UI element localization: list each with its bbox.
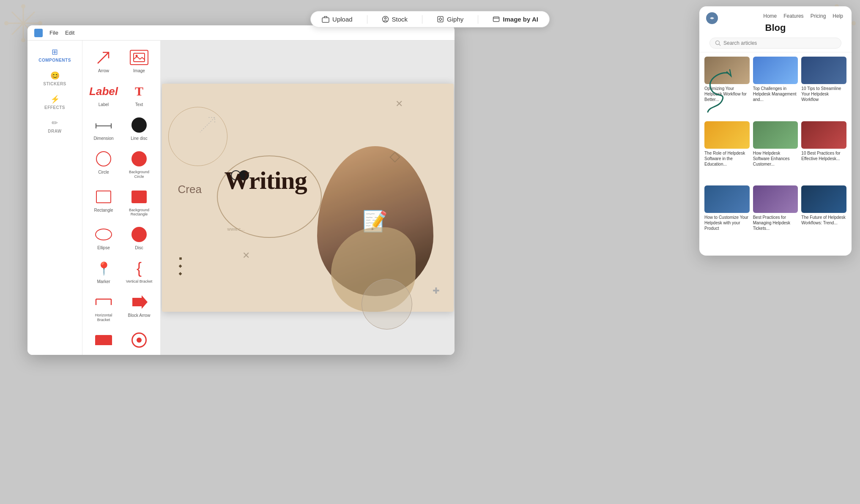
horiz-bracket-icon — [94, 293, 113, 311]
stock-button[interactable]: Stock — [379, 15, 411, 24]
article-thumb-8 — [753, 185, 798, 213]
blog-nav-home[interactable]: Home — [763, 13, 777, 19]
effects-label: EFFECTS — [44, 105, 65, 110]
blog-nav-features[interactable]: Features — [783, 13, 803, 19]
article-thumb-5 — [753, 121, 798, 149]
article-card-2[interactable]: Top Challenges in Helpdesk Management an… — [753, 57, 798, 118]
menu-bar: File Edit — [27, 25, 455, 41]
article-text-3: 10 Tips to Streamline Your Helpdesk Work… — [801, 86, 846, 102]
article-thumb-4 — [704, 121, 750, 149]
components-label: COMPONENTS — [38, 58, 71, 63]
canvas-writing-text: Writing — [225, 166, 307, 195]
article-card-6[interactable]: 10 Best Practices for Effective Helpdesk… — [801, 121, 846, 183]
component-label[interactable]: Label Label — [87, 79, 121, 111]
svg-point-0 — [21, 4, 25, 8]
canvas-title-text: Crea — [178, 183, 202, 196]
blog-logo — [706, 12, 718, 24]
divider-3 — [478, 15, 478, 24]
blog-search-input[interactable] — [723, 40, 836, 46]
blog-nav-pricing[interactable]: Pricing — [811, 13, 826, 19]
scribble-decoration — [691, 65, 742, 116]
text-label: Text — [135, 102, 143, 107]
svg-line-23 — [719, 44, 721, 46]
component-bg-rectangle[interactable]: Background Rectangle — [122, 184, 156, 221]
marker-label: Marker — [97, 279, 110, 284]
upload-label: Upload — [332, 16, 353, 23]
article-card-3[interactable]: 10 Tips to Streamline Your Helpdesk Work… — [801, 57, 846, 118]
article-card-8[interactable]: Best Practices for Managing Helpdesk Tic… — [753, 185, 798, 247]
canvas-area[interactable]: Crea Writing www.c... 📝 ✕ ✕ — [161, 41, 455, 355]
component-marker[interactable]: 📍 Marker — [87, 256, 121, 288]
ellipse-icon — [94, 225, 113, 244]
arrow-label: Arrow — [98, 68, 109, 74]
component-bottom-disc[interactable] — [122, 327, 156, 353]
stickers-icon: 😊 — [50, 71, 60, 80]
upload-button[interactable]: Upload — [319, 15, 355, 24]
plus-icon[interactable]: ✚ — [433, 286, 440, 296]
menu-edit[interactable]: Edit — [65, 30, 74, 36]
svg-rect-21 — [493, 17, 499, 22]
article-card-4[interactable]: The Role of Helpdesk Software in the Edu… — [704, 121, 750, 183]
sidebar-tab-draw[interactable]: ✏ DRAW — [27, 115, 82, 137]
svg-point-7 — [852, 21, 856, 25]
components-panel: Arrow Image Label — [82, 41, 161, 355]
component-rectangle[interactable]: Rectangle — [87, 184, 121, 221]
canvas-arrow-decoration — [187, 111, 221, 145]
component-circle[interactable]: Circle — [87, 146, 121, 183]
app-window: File Edit ⊞ COMPONENTS 😊 STICKERS ⚡ EFFE… — [27, 25, 455, 355]
component-dimension[interactable]: Dimension — [87, 112, 121, 144]
blog-panel-header: Home Features Pricing Help Blog — [699, 6, 852, 52]
giphy-button[interactable]: Giphy — [434, 15, 466, 24]
component-horiz-bracket[interactable]: Horizontal Bracket — [87, 289, 121, 326]
label-label: Label — [99, 102, 109, 107]
ellipse-label: Ellipse — [97, 245, 110, 251]
components-icon: ⊞ — [52, 47, 58, 57]
marker-icon: 📍 — [94, 259, 113, 278]
dimension-icon — [94, 116, 113, 134]
sidebar-tab-effects[interactable]: ⚡ EFFECTS — [27, 91, 82, 113]
sidebar-tab-components[interactable]: ⊞ COMPONENTS — [27, 44, 82, 66]
article-card-9[interactable]: The Future of Helpdesk Workflows: Trend.… — [801, 185, 846, 247]
component-arrow[interactable]: Arrow — [87, 45, 121, 77]
rectangle-label: Rectangle — [94, 208, 113, 213]
canvas-large-circle-br — [362, 279, 412, 330]
svg-point-19 — [384, 18, 386, 19]
stock-icon — [382, 16, 389, 23]
bottom-shape-icon — [94, 331, 113, 349]
component-vert-bracket[interactable]: { Vertical Bracket — [122, 256, 156, 288]
cross-mark-2: ✕ — [242, 250, 250, 261]
components-grid: Arrow Image Label — [87, 45, 156, 353]
component-image[interactable]: Image — [122, 45, 156, 77]
article-card-7[interactable]: How to Customize Your Helpdesk with your… — [704, 185, 750, 247]
component-ellipse[interactable]: Ellipse — [87, 222, 121, 254]
component-disc[interactable]: Disc — [122, 222, 156, 254]
sidebar-tab-stickers[interactable]: 😊 STICKERS — [27, 68, 82, 90]
bg-circle-icon — [130, 150, 148, 168]
article-thumb-6 — [801, 121, 846, 149]
svg-point-2 — [4, 21, 8, 25]
article-text-5: How Helpdesk Software Enhances Customer.… — [753, 150, 798, 167]
bg-circle-label: Background Circle — [124, 170, 154, 179]
menu-file[interactable]: File — [49, 30, 58, 36]
svg-point-1 — [21, 38, 25, 42]
component-text[interactable]: T Text — [122, 79, 156, 111]
blog-search-bar[interactable] — [709, 38, 841, 49]
image-label: Image — [133, 68, 145, 74]
upload-icon — [322, 16, 329, 23]
component-bg-circle[interactable]: Background Circle — [122, 146, 156, 183]
component-block-arrow[interactable]: Block Arrow — [122, 289, 156, 326]
article-thumb-3 — [801, 57, 846, 84]
divider-2 — [422, 15, 422, 24]
article-card-5[interactable]: How Helpdesk Software Enhances Customer.… — [753, 121, 798, 183]
dimension-label: Dimension — [93, 136, 113, 141]
bg-rectangle-label: Background Rectangle — [124, 208, 154, 217]
component-linedisc[interactable]: Line disc — [122, 112, 156, 144]
blog-nav-help[interactable]: Help — [833, 13, 843, 19]
linedisc-label: Line disc — [131, 136, 147, 141]
component-bottom-shape[interactable] — [87, 327, 121, 353]
svg-point-22 — [716, 41, 720, 45]
image-by-ai-label: Image by AI — [503, 16, 538, 23]
image-by-ai-button[interactable]: Image by AI — [490, 15, 541, 24]
blog-title: Blog — [708, 22, 843, 33]
text-icon: T — [130, 82, 148, 101]
